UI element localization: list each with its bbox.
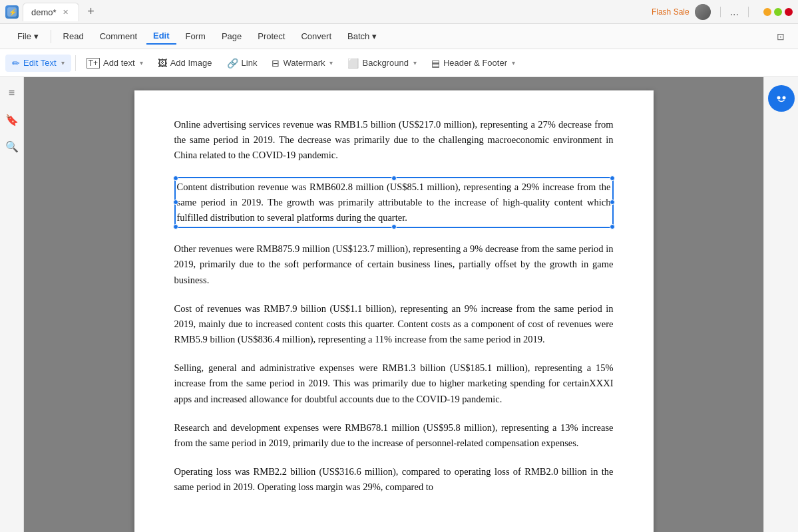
restore-button[interactable]: ⊡ xyxy=(774,30,787,43)
watermark-dropdown-icon: ▾ xyxy=(329,59,333,66)
paragraph-5[interactable]: Selling, general and administrative expe… xyxy=(174,360,614,407)
add-text-dropdown-icon: ▾ xyxy=(140,59,143,66)
header-footer-label: Header & Footer xyxy=(443,58,507,68)
link-label: Link xyxy=(242,58,258,68)
title-bar-left: ⚡ demo* ✕ + xyxy=(5,3,652,21)
maximize-button[interactable] xyxy=(774,8,782,16)
background-icon: ⬜ xyxy=(347,58,359,68)
right-panel xyxy=(763,77,798,532)
handle-middle-right[interactable] xyxy=(610,200,615,205)
left-sidebar: ≡ 🔖 🔍 xyxy=(0,77,24,532)
title-bar: ⚡ demo* ✕ + Flash Sale ... xyxy=(0,0,798,24)
sidebar-pages-icon[interactable]: ≡ xyxy=(4,85,20,101)
app-icon: ⚡ xyxy=(5,5,19,19)
menu-convert[interactable]: Convert xyxy=(294,29,338,44)
watermark-icon: ⊟ xyxy=(272,58,280,68)
add-text-button[interactable]: T+ Add text ▾ xyxy=(80,55,150,72)
paragraph-1[interactable]: Online advertising services revenue was … xyxy=(174,117,614,164)
header-footer-icon: ▤ xyxy=(431,58,440,68)
background-dropdown-icon: ▾ xyxy=(413,59,417,66)
menu-batch[interactable]: Batch ▾ xyxy=(341,29,383,44)
handle-middle-left[interactable] xyxy=(173,200,178,205)
svg-point-3 xyxy=(777,96,780,100)
paragraph-7[interactable]: Operating loss was RMB2.2 billion (US$31… xyxy=(174,464,614,495)
selected-text-block[interactable]: Content distribution revenue was RMB602.… xyxy=(174,177,614,229)
menu-bar: File ▾ Read Comment Edit Form Page Prote… xyxy=(0,24,798,49)
flash-sale-label[interactable]: Flash Sale xyxy=(652,7,690,17)
header-footer-dropdown-icon: ▾ xyxy=(512,59,515,66)
add-image-icon: 🖼 xyxy=(158,58,167,68)
main-area: ≡ 🔖 🔍 Online advertising services revenu… xyxy=(0,77,798,532)
paragraph-3[interactable]: Other revenues were RMB875.9 million (US… xyxy=(174,241,614,288)
more-options-button[interactable]: ... xyxy=(730,6,739,18)
link-icon: 🔗 xyxy=(227,58,238,68)
menu-file[interactable]: File ▾ xyxy=(11,29,45,44)
menu-protect[interactable]: Protect xyxy=(251,29,292,44)
ai-assistant-button[interactable] xyxy=(768,85,795,112)
menu-form[interactable]: Form xyxy=(179,29,212,44)
sidebar-search-icon[interactable]: 🔍 xyxy=(4,138,20,154)
add-image-label: Add Image xyxy=(170,58,212,68)
window-controls xyxy=(763,8,793,16)
toolbar: ✏ Edit Text ▾ T+ Add text ▾ 🖼 Add Image … xyxy=(0,49,798,77)
menu-sep1 xyxy=(51,30,51,43)
user-avatar[interactable] xyxy=(695,4,711,20)
sidebar-bookmark-icon[interactable]: 🔖 xyxy=(4,112,20,128)
menu-read[interactable]: Read xyxy=(57,29,91,44)
handle-top-left[interactable] xyxy=(173,176,178,181)
pdf-page: Online advertising services revenue was … xyxy=(134,90,654,532)
watermark-button[interactable]: ⊟ Watermark ▾ xyxy=(265,55,339,72)
handle-bottom-right[interactable] xyxy=(610,224,615,229)
paragraph-2[interactable]: Content distribution revenue was RMB602.… xyxy=(177,180,611,226)
add-text-label: Add text xyxy=(103,58,135,68)
watermark-label: Watermark xyxy=(283,58,325,68)
handle-bottom-left[interactable] xyxy=(173,224,178,229)
background-button[interactable]: ⬜ Background ▾ xyxy=(341,55,423,72)
handle-bottom-center[interactable] xyxy=(391,224,397,229)
menu-page[interactable]: Page xyxy=(215,29,248,44)
paragraph-4[interactable]: Cost of revenues was RMB7.9 billion (US$… xyxy=(174,301,614,348)
handle-top-right[interactable] xyxy=(610,176,615,181)
active-tab[interactable]: demo* ✕ xyxy=(23,3,79,21)
svg-point-2 xyxy=(775,92,788,105)
pdf-area[interactable]: Online advertising services revenue was … xyxy=(24,77,763,532)
title-separator xyxy=(720,7,721,17)
edit-text-label: Edit Text xyxy=(23,58,57,68)
menu-comment[interactable]: Comment xyxy=(93,29,144,44)
svg-point-4 xyxy=(782,96,785,100)
svg-text:⚡: ⚡ xyxy=(9,8,17,17)
edit-text-dropdown-icon: ▾ xyxy=(61,59,65,66)
add-image-button[interactable]: 🖼 Add Image xyxy=(151,55,219,72)
header-footer-button[interactable]: ▤ Header & Footer ▾ xyxy=(425,55,522,72)
title-bar-right: Flash Sale ... xyxy=(652,4,793,20)
handle-top-center[interactable] xyxy=(391,176,397,181)
close-button[interactable] xyxy=(785,8,793,16)
menu-edit[interactable]: Edit xyxy=(146,28,176,45)
link-button[interactable]: 🔗 Link xyxy=(220,55,264,72)
add-text-icon: T+ xyxy=(87,58,100,68)
edit-text-button[interactable]: ✏ Edit Text ▾ xyxy=(5,55,71,72)
tab-title: demo* xyxy=(31,7,57,17)
new-tab-button[interactable]: + xyxy=(83,4,99,20)
toolbar-sep1 xyxy=(75,55,76,71)
edit-text-icon: ✏ xyxy=(12,58,20,68)
background-label: Background xyxy=(362,58,408,68)
title-separator2 xyxy=(748,7,749,17)
minimize-button[interactable] xyxy=(763,8,771,16)
tab-close-button[interactable]: ✕ xyxy=(61,7,71,17)
paragraph-6[interactable]: Research and development expenses were R… xyxy=(174,420,614,451)
